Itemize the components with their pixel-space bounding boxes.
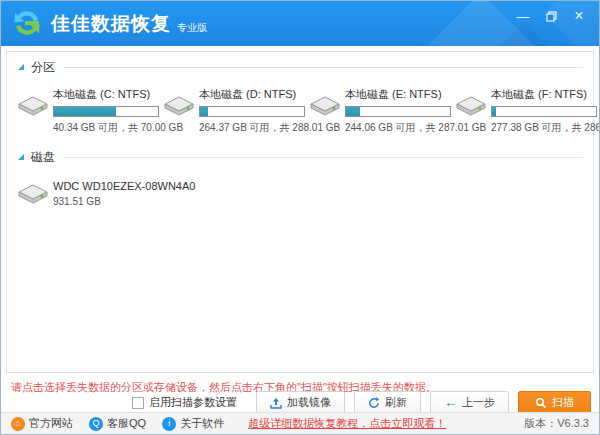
section-divider [63, 157, 583, 158]
disk-capacity: 931.51 GB [53, 196, 195, 207]
hard-drive-icon [454, 93, 488, 119]
disk-item-wdc[interactable]: WDC WD10EZEX-08WN4A0 931.51 GB [15, 175, 195, 207]
app-title: 佳佳数据恢复 [51, 8, 171, 40]
brand: 佳佳数据恢复 专业版 [11, 7, 207, 40]
scan-label: 扫描 [552, 395, 574, 410]
hard-drive-icon [16, 93, 50, 119]
footer-bar: ⌂ 官方网站 Q 客服QQ i 关于软件 超级详细数据恢复教程，点击立即观看！ … [1, 412, 599, 434]
refresh-icon [368, 397, 380, 409]
partition-item-f[interactable]: 本地磁盘 (F: NTFS) 277.38 GB 可用，共 286.48 GB [453, 87, 599, 135]
version-label: 版本：V6.3.3 [524, 416, 589, 431]
app-window: 佳佳数据恢复 专业版 — × 分区 [0, 0, 600, 435]
load-image-label: 加载镜像 [287, 395, 331, 410]
usage-bar [53, 106, 159, 117]
disks-section-label: 磁盘 [31, 149, 55, 166]
upload-icon [270, 397, 282, 409]
about-software-link[interactable]: i 关于软件 [162, 416, 224, 431]
edition-badge: 专业版 [177, 21, 207, 35]
previous-step-button[interactable]: ← 上一步 [430, 391, 509, 414]
partition-item-e[interactable]: 本地磁盘 (E: NTFS) 244.06 GB 可用，共 287.01 GB [307, 87, 453, 135]
hard-drive-icon [308, 93, 342, 119]
usage-bar [345, 106, 451, 117]
partitions-section-label: 分区 [31, 59, 55, 76]
about-software-label: 关于软件 [180, 416, 224, 431]
partition-capacity: 277.38 GB 可用，共 286.48 GB [491, 121, 600, 135]
close-button[interactable]: × [565, 5, 593, 27]
official-website-label: 官方网站 [29, 416, 73, 431]
hard-drive-icon [16, 181, 50, 207]
about-icon: i [162, 417, 176, 431]
home-icon: ⌂ [11, 417, 25, 431]
section-divider [63, 67, 583, 68]
load-image-button[interactable]: 加载镜像 [256, 391, 345, 414]
expand-triangle-icon [17, 63, 25, 71]
scan-params-label: 启用扫描参数设置 [149, 395, 237, 410]
partition-item-c[interactable]: 本地磁盘 (C: NTFS) 40.34 GB 可用，共 70.00 GB [15, 87, 161, 135]
usage-bar [199, 106, 305, 117]
refresh-label: 刷新 [385, 395, 407, 410]
refresh-button[interactable]: 刷新 [354, 391, 421, 414]
qq-support-label: 客服QQ [107, 416, 146, 431]
magnifier-icon [535, 397, 547, 409]
previous-step-label: 上一步 [462, 395, 495, 410]
partitions-row: 本地磁盘 (C: NTFS) 40.34 GB 可用，共 70.00 GB 本地… [15, 87, 585, 135]
tutorial-link[interactable]: 超级详细数据恢复教程，点击立即观看！ [248, 416, 446, 431]
expand-triangle-icon [17, 153, 25, 161]
scan-button[interactable]: 扫描 [518, 391, 591, 414]
qq-support-link[interactable]: Q 客服QQ [89, 416, 146, 431]
usage-bar [491, 106, 597, 117]
hard-drive-icon [162, 93, 196, 119]
official-website-link[interactable]: ⌂ 官方网站 [11, 416, 73, 431]
disk-name: WDC WD10EZEX-08WN4A0 [53, 180, 195, 192]
partition-name: 本地磁盘 (F: NTFS) [491, 87, 600, 102]
disks-row: WDC WD10EZEX-08WN4A0 931.51 GB [15, 175, 585, 207]
minimize-button[interactable]: — [509, 5, 537, 27]
device-panel: 分区 本地磁盘 (C: NTFS) 40.34 GB 可用，共 70.00 GB [6, 51, 594, 373]
app-logo-icon [11, 7, 43, 39]
qq-icon: Q [89, 417, 103, 431]
back-arrow-icon: ← [444, 396, 457, 409]
partition-item-d[interactable]: 本地磁盘 (D: NTFS) 264.37 GB 可用，共 288.01 GB [161, 87, 307, 135]
scan-params-checkbox[interactable] [132, 397, 144, 409]
partitions-section-header[interactable]: 分区 [15, 59, 585, 75]
scan-params-option[interactable]: 启用扫描参数设置 [132, 395, 237, 410]
disks-section-header[interactable]: 磁盘 [15, 149, 585, 165]
window-controls: — × [509, 5, 593, 27]
maximize-button[interactable] [537, 5, 565, 27]
restore-icon [546, 11, 557, 22]
action-bar: 启用扫描参数设置 加载镜像 刷新 ← 上一步 扫描 [132, 391, 591, 414]
title-bar: 佳佳数据恢复 专业版 — × [1, 1, 599, 46]
